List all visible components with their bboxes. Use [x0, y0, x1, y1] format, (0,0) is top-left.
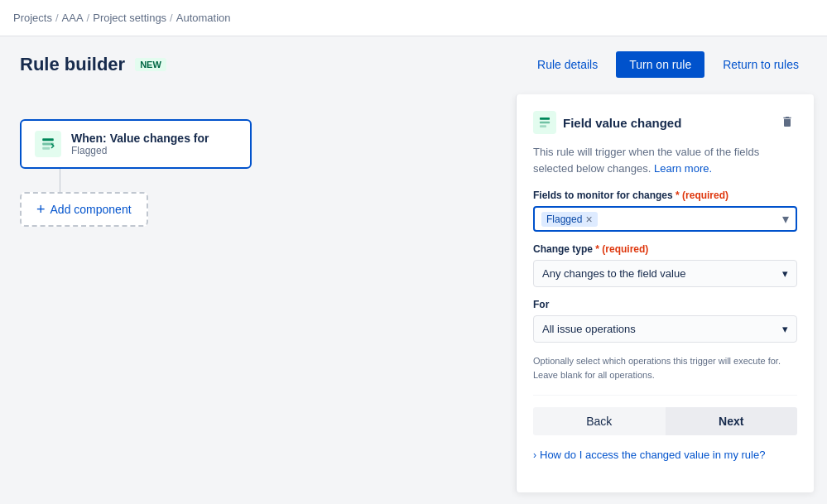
svg-rect-4 — [540, 122, 550, 124]
panel-icon — [533, 111, 556, 134]
panel-title-area: Field value changed — [533, 111, 681, 134]
turn-on-rule-button[interactable]: Turn on rule — [616, 51, 704, 78]
breadcrumb-sep-2: / — [87, 12, 90, 24]
fields-dropdown-arrow[interactable]: ▾ — [782, 211, 789, 227]
back-button[interactable]: Back — [533, 407, 666, 435]
change-type-arrow: ▾ — [782, 267, 788, 280]
breadcrumb-sep-3: / — [170, 12, 173, 24]
next-button[interactable]: Next — [666, 407, 798, 435]
change-type-required: * (required) — [595, 243, 648, 255]
svg-rect-2 — [42, 147, 50, 150]
change-type-value: Any changes to the field value — [542, 267, 685, 280]
fields-label: Fields to monitor for changes * (require… — [533, 190, 797, 201]
page-title-area: Rule builder NEW — [20, 54, 166, 75]
svg-rect-5 — [540, 125, 546, 127]
add-component-button[interactable]: + Add component — [20, 192, 148, 227]
for-select[interactable]: All issue operations ▾ — [533, 315, 797, 343]
new-badge: NEW — [135, 58, 166, 71]
field-value-changed-icon — [41, 137, 55, 151]
for-label: For — [533, 299, 797, 310]
for-value: All issue operations — [542, 323, 636, 335]
faq-link[interactable]: › How do I access the changed value in m… — [533, 449, 797, 461]
main-layout: When: Value changes for Flagged + Add co… — [0, 86, 827, 501]
trigger-icon — [35, 131, 61, 157]
page-title: Rule builder — [20, 54, 125, 75]
trash-icon — [781, 115, 794, 128]
breadcrumb-project-settings[interactable]: Project settings — [93, 12, 166, 24]
breadcrumb-automation: Automation — [176, 12, 231, 24]
trigger-label: When: Value changes for — [71, 132, 209, 145]
return-to-rules-button[interactable]: Return to rules — [714, 53, 807, 76]
svg-rect-3 — [540, 118, 550, 120]
canvas-area: When: Value changes for Flagged + Add co… — [0, 86, 516, 501]
trigger-card[interactable]: When: Value changes for Flagged — [20, 119, 252, 169]
panel-header: Field value changed — [533, 111, 797, 134]
connector-line — [60, 169, 60, 192]
faq-label: How do I access the changed value in my … — [540, 449, 765, 461]
topbar: Projects / AAA / Project settings / Auto… — [0, 0, 827, 36]
right-panel: Field value changed This rule will trigg… — [516, 94, 814, 492]
panel-actions: Back Next — [533, 395, 797, 435]
page-header: Rule builder NEW Rule details Turn on ru… — [0, 36, 827, 86]
fields-search-input[interactable] — [603, 213, 777, 225]
header-actions: Rule details Turn on rule Return to rule… — [529, 51, 807, 78]
for-arrow: ▾ — [782, 323, 788, 335]
breadcrumb: Projects / AAA / Project settings / Auto… — [13, 12, 231, 24]
trigger-text: When: Value changes for Flagged — [71, 132, 209, 156]
panel-field-icon — [538, 116, 551, 129]
rule-details-button[interactable]: Rule details — [529, 53, 606, 76]
change-type-select[interactable]: Any changes to the field value ▾ — [533, 260, 797, 287]
for-helper-text: Optionally select which operations this … — [533, 354, 797, 382]
flagged-tag: Flagged × — [541, 212, 598, 227]
breadcrumb-projects[interactable]: Projects — [13, 12, 52, 24]
learn-more-link[interactable]: Learn more. — [654, 162, 712, 175]
fields-required: * (required) — [676, 190, 728, 201]
tag-remove-button[interactable]: × — [585, 214, 592, 225]
delete-trigger-button[interactable] — [777, 112, 797, 134]
add-component-label: Add component — [50, 203, 132, 216]
plus-icon: + — [36, 202, 46, 217]
fields-input[interactable]: Flagged × ▾ — [533, 206, 797, 232]
panel-description: This rule will trigger when the value of… — [533, 144, 797, 176]
faq-chevron-icon: › — [533, 449, 536, 461]
tag-label: Flagged — [546, 214, 582, 225]
panel-title: Field value changed — [563, 116, 681, 130]
svg-rect-0 — [42, 138, 54, 141]
breadcrumb-aaa[interactable]: AAA — [62, 12, 84, 24]
breadcrumb-sep-1: / — [55, 12, 59, 24]
trigger-sublabel: Flagged — [71, 145, 209, 156]
change-type-label: Change type * (required) — [533, 243, 797, 255]
